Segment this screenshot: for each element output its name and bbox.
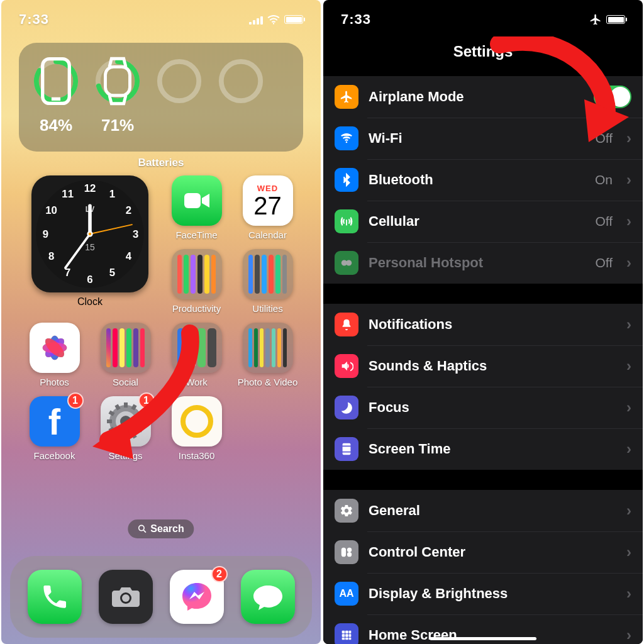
dock: 2 bbox=[10, 556, 312, 638]
row-airplane-mode[interactable]: Airplane Mode bbox=[323, 76, 643, 118]
status-bar: 7:33 bbox=[323, 0, 643, 31]
chevron-icon: › bbox=[626, 213, 631, 230]
social-label: Social bbox=[113, 377, 138, 387]
svg-rect-57 bbox=[349, 631, 352, 634]
svg-rect-59 bbox=[345, 634, 348, 637]
home-indicator[interactable] bbox=[430, 637, 536, 640]
row-bluetooth[interactable]: Bluetooth On› bbox=[323, 159, 643, 201]
work-label: Work bbox=[186, 377, 208, 387]
calendar-label: Calendar bbox=[248, 230, 287, 240]
sounds-label: Sounds & Haptics bbox=[369, 358, 613, 374]
svg-text:5: 5 bbox=[109, 267, 115, 279]
settings-badge: 1 bbox=[138, 392, 155, 409]
settings-screen: 7:33 Settings Airplane Mode Wi-Fi Off› B… bbox=[323, 0, 643, 644]
svg-rect-30 bbox=[184, 193, 201, 208]
svg-point-9 bbox=[221, 62, 260, 101]
notifications-label: Notifications bbox=[369, 316, 613, 333]
watch-battery-ring bbox=[93, 57, 142, 106]
row-screentime[interactable]: Screen Time› bbox=[323, 428, 643, 470]
clock-widget[interactable]: 1212 345 678 91011 LV 15 Clock bbox=[19, 175, 161, 314]
folder-work[interactable]: Work bbox=[161, 323, 232, 387]
search-icon bbox=[138, 525, 147, 533]
hotspot-label: Personal Hotspot bbox=[369, 255, 585, 271]
bluetooth-label: Bluetooth bbox=[369, 172, 585, 188]
batteries-widget[interactable]: 84% 71% bbox=[19, 43, 303, 152]
widget-label: Batteries bbox=[1, 157, 321, 169]
row-hotspot[interactable]: Personal Hotspot Off› bbox=[323, 242, 643, 284]
chevron-icon: › bbox=[626, 502, 631, 519]
app-photos[interactable]: Photos bbox=[19, 323, 90, 387]
folder-social[interactable]: Social bbox=[90, 323, 161, 387]
calendar-day: 27 bbox=[253, 193, 282, 218]
focus-label: Focus bbox=[369, 399, 613, 416]
settings-group-notifications: Notifications› Sounds & Haptics› Focus› … bbox=[323, 303, 643, 470]
productivity-label: Productivity bbox=[172, 303, 221, 314]
svg-text:8: 8 bbox=[48, 250, 54, 262]
search-label: Search bbox=[150, 523, 184, 535]
row-focus[interactable]: Focus› bbox=[323, 387, 643, 428]
dock-messages[interactable] bbox=[241, 570, 295, 624]
app-settings[interactable]: 1 Settings bbox=[90, 396, 161, 461]
svg-rect-60 bbox=[349, 634, 352, 637]
row-notifications[interactable]: Notifications› bbox=[323, 304, 643, 345]
row-general[interactable]: General› bbox=[323, 490, 643, 531]
row-cellular[interactable]: Cellular Off› bbox=[323, 201, 643, 242]
chevron-icon: › bbox=[626, 316, 631, 333]
dock-phone[interactable] bbox=[28, 570, 82, 624]
folder-utilities[interactable]: Utilities bbox=[232, 249, 303, 314]
svg-point-8 bbox=[160, 62, 199, 101]
clock-label: Clock bbox=[77, 296, 103, 308]
svg-rect-3 bbox=[43, 59, 70, 104]
svg-rect-48 bbox=[346, 219, 347, 225]
bluetooth-value: On bbox=[595, 172, 613, 187]
settings-group-connectivity: Airplane Mode Wi-Fi Off› Bluetooth On› C… bbox=[323, 75, 643, 284]
row-controlcenter[interactable]: Control Center› bbox=[323, 531, 643, 573]
row-sounds[interactable]: Sounds & Haptics› bbox=[323, 345, 643, 387]
cell-signal-icon bbox=[249, 14, 263, 25]
chevron-icon: › bbox=[626, 440, 631, 458]
app-calendar[interactable]: WED 27 Calendar bbox=[232, 175, 303, 240]
row-display[interactable]: AA Display & Brightness› bbox=[323, 573, 643, 614]
svg-rect-62 bbox=[345, 638, 348, 640]
app-grid: 1212 345 678 91011 LV 15 Clock FaceTime bbox=[1, 169, 321, 461]
messenger-badge: 2 bbox=[211, 566, 228, 582]
airplane-toggle[interactable] bbox=[594, 86, 631, 108]
svg-point-29 bbox=[89, 233, 92, 236]
dock-camera[interactable] bbox=[99, 570, 153, 624]
svg-point-41 bbox=[120, 416, 131, 427]
phone-battery-ring bbox=[31, 57, 80, 106]
folder-productivity[interactable]: Productivity bbox=[161, 249, 232, 314]
svg-point-52 bbox=[343, 550, 345, 552]
empty-ring-1 bbox=[155, 57, 204, 106]
display-label: Display & Brightness bbox=[369, 586, 613, 602]
general-label: General bbox=[369, 502, 613, 519]
app-facebook[interactable]: f1 Facebook bbox=[19, 396, 90, 461]
search-pill[interactable]: Search bbox=[128, 519, 194, 538]
svg-text:15: 15 bbox=[85, 242, 95, 252]
cellular-label: Cellular bbox=[369, 213, 585, 230]
svg-text:1: 1 bbox=[109, 188, 115, 200]
folder-photo-video[interactable]: Photo & Video bbox=[232, 323, 303, 387]
svg-text:2: 2 bbox=[126, 204, 131, 216]
svg-point-0 bbox=[273, 23, 274, 24]
svg-text:6: 6 bbox=[87, 274, 92, 286]
screentime-label: Screen Time bbox=[369, 441, 613, 457]
chevron-icon: › bbox=[626, 399, 631, 416]
hotspot-value: Off bbox=[595, 255, 613, 270]
svg-point-43 bbox=[139, 525, 144, 530]
status-bar: 7:33 bbox=[1, 0, 321, 31]
dock-messenger[interactable]: 2 bbox=[170, 570, 224, 624]
svg-rect-7 bbox=[106, 67, 130, 96]
wifi-icon bbox=[267, 14, 280, 25]
chevron-icon: › bbox=[626, 130, 631, 147]
battery-icon bbox=[284, 15, 303, 24]
photos-label: Photos bbox=[40, 377, 69, 387]
row-wifi[interactable]: Wi-Fi Off› bbox=[323, 118, 643, 159]
status-time: 7:33 bbox=[19, 11, 49, 28]
app-facetime[interactable]: FaceTime bbox=[161, 175, 232, 240]
svg-point-42 bbox=[183, 408, 211, 435]
svg-rect-61 bbox=[342, 638, 345, 640]
chevron-icon: › bbox=[626, 254, 631, 272]
controlcenter-label: Control Center bbox=[369, 544, 613, 560]
app-insta360[interactable]: Insta360 bbox=[161, 396, 232, 461]
